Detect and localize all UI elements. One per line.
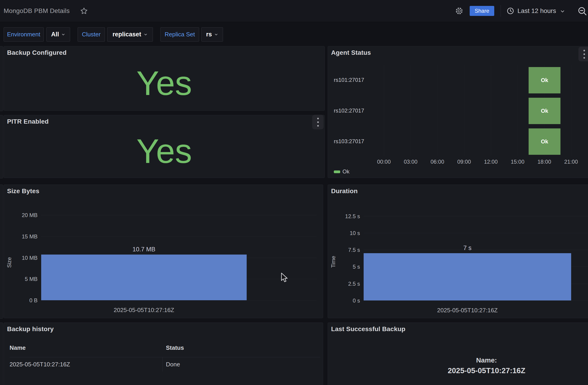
panel-title: Agent Status [331, 49, 371, 56]
table-column-divider [163, 357, 163, 371]
x-axis-tick: 09:00 [451, 159, 478, 165]
agent-state-ok: Ok [529, 128, 561, 155]
panel-title: Backup Configured [7, 49, 67, 56]
x-axis-tick: 00:00 [370, 159, 398, 165]
y-axis-tick: 5 MB [6, 276, 38, 282]
favorite-star-icon[interactable] [80, 7, 88, 15]
cutoff-panel-edge [0, 185, 3, 319]
nav-divider [501, 5, 501, 17]
y-gridline [364, 233, 588, 233]
x-axis-category-label: 2025-05-05T10:27:16Z [87, 307, 201, 314]
bar-value-label: 7 s [433, 245, 502, 251]
filter-label-cluster: Cluster [78, 27, 105, 42]
panel-title: Backup history [7, 326, 54, 333]
panel-title: Size Bytes [7, 188, 39, 195]
filter-value-environment[interactable]: All [46, 27, 70, 42]
panel-size-bytes: Size Bytes Size 0 B5 MB10 MB15 MB20 MB10… [4, 185, 323, 318]
panel-title: Last Successful Backup [331, 326, 405, 333]
legend-label-ok[interactable]: Ok [342, 168, 350, 175]
y-gridline [41, 236, 316, 237]
y-axis-tick: 2.5 s [328, 281, 360, 287]
y-axis-tick: 10 s [328, 230, 360, 236]
y-gridline [41, 215, 316, 215]
panel-title: PITR Enabled [7, 118, 49, 125]
x-axis-tick: 06:00 [424, 159, 451, 165]
pitr-enabled-value: Yes [4, 127, 324, 175]
y-gridline [364, 216, 588, 216]
chevron-down-icon[interactable] [559, 8, 566, 15]
agent-state-ok: Ok [529, 67, 561, 93]
table-header-divider [10, 357, 320, 357]
x-axis-category-label: 2025-05-05T10:27:16Z [411, 307, 524, 314]
filter-value-replica-set[interactable]: rs [201, 27, 223, 42]
panel-menu-kebab-icon[interactable] [578, 47, 588, 61]
y-axis-tick: 10 MB [6, 255, 38, 261]
x-axis-tick: 12:00 [477, 159, 504, 165]
page-title: MongoDB PBM Details [4, 0, 70, 22]
y-axis-tick: 0 s [328, 297, 360, 304]
time-range-picker[interactable]: Last 12 hours [517, 0, 556, 22]
x-axis-tick: 15:00 [504, 159, 531, 165]
x-gridline [437, 65, 438, 156]
chevron-down-icon [214, 33, 218, 37]
column-header-status[interactable]: Status [166, 344, 184, 351]
column-header-name[interactable]: Name [10, 344, 26, 351]
panel-last-successful-backup: Last Successful Backup Name: 2025-05-05T… [328, 323, 588, 385]
panel-agent-status: Agent Status 00:0003:0006:0009:0012:0015… [328, 46, 588, 178]
top-nav: MongoDB PBM Details Share Last 12 hours [0, 0, 588, 22]
bar-duration [364, 253, 571, 300]
agent-state-ok: Ok [529, 98, 561, 124]
agent-row-label: rs103:27017 [334, 138, 364, 145]
y-gridline [364, 300, 588, 301]
x-gridline [518, 65, 518, 156]
panel-title: Duration [331, 188, 358, 195]
y-axis-tick: 15 MB [6, 233, 38, 240]
x-gridline [464, 65, 464, 156]
panel-backup-configured: Backup Configured Yes [4, 46, 325, 111]
chevron-down-icon [144, 33, 148, 37]
x-gridline [491, 65, 491, 156]
x-gridline [384, 65, 384, 156]
share-button[interactable]: Share [470, 6, 494, 16]
x-gridline [571, 65, 571, 156]
y-axis-tick: 7.5 s [328, 247, 360, 253]
x-gridline [411, 65, 411, 156]
legend-swatch-ok [334, 171, 340, 173]
backup-configured-value: Yes [4, 58, 324, 108]
bar-value-label: 10.7 MB [110, 246, 178, 253]
y-axis-tick: 5 s [328, 264, 360, 270]
filter-label-replica-set: Replica Set [160, 27, 199, 42]
mouse-cursor [280, 273, 290, 283]
filter-label-environment: Environment [4, 27, 44, 42]
dashboard-settings-gear-icon[interactable] [455, 6, 464, 16]
x-axis-tick: 21:00 [558, 159, 585, 165]
y-axis-name: Size [6, 240, 13, 268]
time-range-clock-icon[interactable] [506, 7, 515, 15]
y-axis-tick: 12.5 s [328, 213, 360, 220]
panel-duration: Duration Time 0 s2.5 s5 s7.5 s10 s12.5 s… [328, 185, 588, 318]
x-axis-tick: 03:00 [397, 159, 424, 165]
agent-row-label: rs101:27017 [334, 77, 364, 83]
cell-backup-name: 2025-05-05T10:27:16Z [10, 361, 70, 368]
panel-backup-history: Backup history Name Status 2025-05-05T10… [4, 323, 323, 385]
last-backup-value: 2025-05-05T10:27:16Z [401, 366, 572, 375]
filter-value-cluster[interactable]: replicaset [107, 27, 153, 42]
x-axis-tick: 18:00 [531, 159, 558, 165]
y-axis-tick: 0 B [6, 297, 38, 304]
last-backup-field-label: Name: [418, 356, 555, 364]
agent-row-label: rs102:27017 [334, 108, 364, 114]
cell-backup-status: Done [166, 361, 180, 368]
panel-pitr-enabled: PITR Enabled Yes [4, 115, 325, 178]
zoom-out-icon[interactable] [577, 6, 588, 16]
bar-size-bytes [41, 254, 247, 300]
cutoff-panel-edge [0, 46, 3, 111]
cutoff-panel-edge [0, 115, 3, 178]
y-axis-tick: 20 MB [6, 212, 38, 218]
chevron-down-icon [61, 33, 65, 37]
cutoff-panel-edge [0, 323, 3, 385]
